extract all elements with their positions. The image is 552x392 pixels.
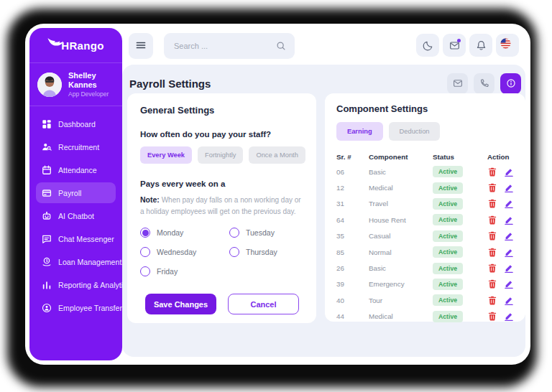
table-row-basic: 06 Basic Active	[336, 164, 514, 179]
attendance-icon	[42, 165, 52, 175]
radio-friday[interactable]: Friday	[140, 266, 229, 276]
brand-name: HRango	[61, 39, 104, 52]
radio-label: Thursday	[246, 248, 277, 256]
status-badge: Active	[433, 294, 463, 306]
save-changes-button[interactable]: Save Changes	[145, 294, 216, 314]
call-button[interactable]	[474, 73, 494, 94]
sidebar-item-label: Attendance	[58, 166, 97, 174]
edit-button[interactable]	[504, 198, 514, 209]
sidebar-item-recruitment[interactable]: Recruitment	[36, 136, 116, 157]
cell-actions	[487, 247, 514, 258]
table-header: Sr. # Component Status Action	[336, 149, 514, 164]
radio-label: Wednesday	[157, 248, 196, 256]
frequency-option-fortnightly[interactable]: Fortnightly	[198, 146, 243, 164]
cell-actions	[487, 198, 514, 209]
table-body: 06 Basic Active 12 Me	[336, 164, 514, 325]
sidebar-item-employee-transfer[interactable]: Employee Transfer	[36, 297, 116, 318]
language-button[interactable]	[496, 34, 519, 57]
component-settings-title: Component Settings	[336, 103, 514, 114]
radio-wednesday[interactable]: Wednesday	[140, 247, 229, 257]
general-settings-title: General Settings	[140, 105, 303, 116]
sidebar-item-dashboard[interactable]: Dashboard	[36, 113, 116, 134]
tab-earning[interactable]: Earning	[336, 122, 383, 141]
edit-button[interactable]	[504, 279, 514, 289]
edit-button[interactable]	[504, 295, 514, 306]
radio-label: Tuesday	[246, 228, 275, 237]
sidebar-item-loan-management[interactable]: Loan Management	[36, 251, 116, 272]
edit-button[interactable]	[504, 182, 514, 193]
us-flag-icon	[500, 38, 515, 52]
cancel-button[interactable]: Cancel	[228, 294, 299, 314]
table-row-medical: 12 Medical Active	[336, 179, 514, 195]
edit-button[interactable]	[504, 215, 514, 225]
sidebar-item-label: AI Chatbot	[58, 212, 94, 220]
content-area: Payroll Settings General Settings How o	[122, 65, 525, 357]
delete-button[interactable]	[487, 167, 497, 177]
table-row-casual: 35 Casual Active	[336, 228, 514, 244]
mail-button[interactable]	[447, 73, 468, 94]
cell-actions	[487, 279, 514, 289]
pay-day-note: Note: When pay day falls on a non workin…	[140, 194, 303, 218]
table-row-normal: 85 Normal Active	[336, 244, 514, 260]
sidebar-item-label: Dashboard	[58, 120, 96, 129]
edit-button[interactable]	[504, 263, 514, 274]
delete-button[interactable]	[487, 295, 497, 306]
delete-button[interactable]	[487, 198, 497, 209]
bell-icon	[476, 40, 487, 51]
cell-component: Basic	[369, 264, 433, 272]
sidebar-item-label: Reporting & Analytics	[58, 281, 122, 289]
app-window: HRango Shelley Kannes App Developer Dash…	[25, 24, 530, 365]
status-badge: Active	[433, 263, 463, 274]
delete-button[interactable]	[487, 247, 497, 258]
delete-button[interactable]	[487, 230, 497, 241]
delete-button[interactable]	[487, 182, 497, 193]
cell-status: Active	[433, 198, 487, 210]
search-input[interactable]	[172, 41, 270, 51]
sidebar-item-label: Recruitment	[58, 143, 99, 151]
frequency-option-once-a-month[interactable]: Once a Month	[249, 146, 305, 164]
brand-logo[interactable]: HRango	[29, 28, 122, 62]
cell-component: Normal	[369, 248, 433, 256]
sidebar-item-attendance[interactable]: Attendance	[36, 159, 116, 180]
loan-icon	[42, 257, 52, 267]
cell-status: Active	[433, 246, 487, 258]
trash-icon	[487, 230, 497, 241]
delete-button[interactable]	[487, 215, 497, 225]
sidebar-item-chat-messenger[interactable]: Chat Messenger	[36, 228, 116, 249]
component-tabs: Earning Deduction	[336, 122, 514, 141]
edit-button[interactable]	[504, 167, 514, 177]
notifications-button[interactable]	[469, 34, 492, 57]
cell-status: Active	[433, 230, 487, 242]
table-row-house-rent: 64 House Rent Active	[336, 212, 514, 228]
sidebar-item-payroll[interactable]: Payroll	[36, 182, 116, 203]
cell-component: Medical	[369, 312, 433, 320]
topbar-actions	[416, 34, 519, 57]
cell-sr: 64	[336, 216, 369, 224]
info-button[interactable]	[500, 73, 521, 94]
phone-icon	[479, 78, 489, 88]
hamburger-icon	[135, 39, 147, 53]
delete-button[interactable]	[487, 311, 497, 322]
delete-button[interactable]	[487, 279, 497, 289]
edit-button[interactable]	[504, 311, 514, 322]
radio-monday[interactable]: Monday	[140, 228, 229, 238]
edit-button[interactable]	[504, 230, 514, 241]
frequency-option-every-week[interactable]: Every Week	[140, 146, 192, 164]
dark-mode-button[interactable]	[416, 34, 439, 57]
note-label: Note:	[140, 195, 160, 204]
radio-circle-icon	[229, 228, 239, 238]
edit-icon	[504, 215, 514, 225]
radio-thursday[interactable]: Thursday	[229, 247, 303, 257]
user-profile[interactable]: Shelley Kannes App Developer	[29, 63, 122, 106]
cell-actions	[487, 311, 514, 322]
radio-tuesday[interactable]: Tuesday	[229, 228, 303, 238]
sidebar-item-reporting-analytics[interactable]: Reporting & Analytics	[36, 274, 116, 295]
trash-icon	[487, 311, 497, 322]
tab-deduction[interactable]: Deduction	[389, 122, 441, 141]
hamburger-menu-button[interactable]	[129, 33, 153, 59]
edit-button[interactable]	[504, 247, 514, 258]
sidebar-item-ai-chatbot[interactable]: AI Chatbot	[36, 205, 116, 226]
messages-button[interactable]	[443, 34, 466, 57]
delete-button[interactable]	[487, 263, 497, 274]
col-action: Action	[487, 153, 514, 161]
